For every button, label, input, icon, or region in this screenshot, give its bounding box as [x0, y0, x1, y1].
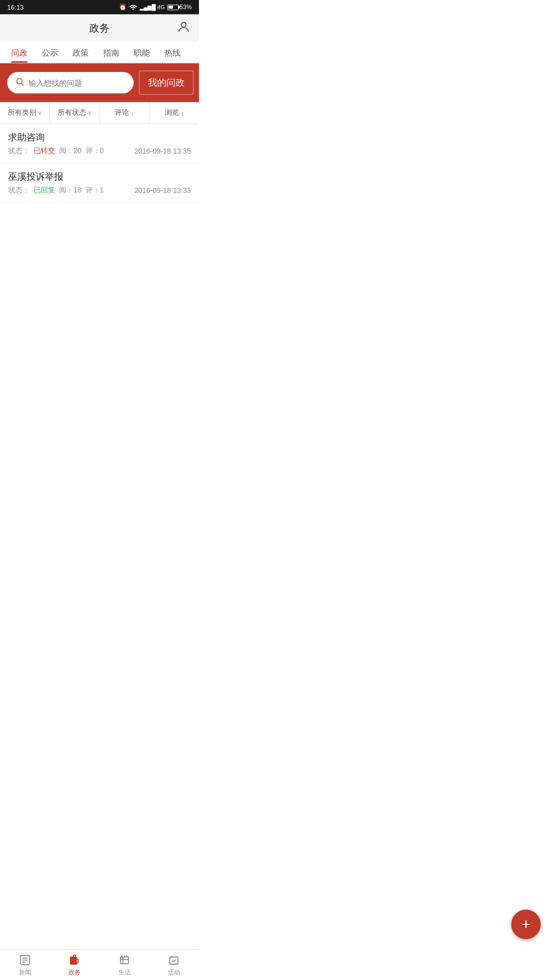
item-meta: 状态： 已回复 阅：18 评：1 2016-09-18 13:33 — [8, 186, 191, 195]
tab-zhineng[interactable]: 职能 — [127, 42, 157, 63]
header: 政务 — [0, 14, 199, 42]
filter-views[interactable]: 浏览 ↓ — [149, 102, 199, 124]
battery-percent: 53% — [180, 4, 192, 11]
tab-zhinan[interactable]: 指南 — [96, 42, 127, 63]
sort-arrow-icon: ↓ — [131, 109, 134, 117]
battery-indicator: 53% — [167, 4, 192, 11]
status-right: ⏰ ▂▄▆█ 4G 53% — [119, 4, 192, 11]
chevron-down-icon: ∨ — [38, 110, 42, 116]
page-title: 政务 — [89, 21, 110, 35]
search-box — [7, 72, 134, 93]
tab-gongshi[interactable]: 公示 — [35, 42, 65, 63]
item-title: 求助咨询 — [8, 131, 191, 143]
alarm-icon: ⏰ — [119, 4, 127, 11]
status-value: 已转交 — [34, 146, 55, 156]
comments-count: 评：1 — [86, 186, 104, 195]
reads-count: 阅：18 — [59, 186, 82, 195]
wifi-icon — [129, 4, 137, 11]
list-container: 求助咨询 状态： 已转交 阅：20 评：0 2016-09-18 13:35 巫… — [0, 124, 199, 203]
filter-views-label: 浏览 — [165, 108, 179, 117]
list-item[interactable]: 求助咨询 状态： 已转交 阅：20 评：0 2016-09-18 13:35 — [0, 124, 199, 163]
status-value: 已回复 — [34, 186, 55, 195]
search-input[interactable] — [29, 79, 126, 87]
status-label: 状态： — [8, 186, 30, 195]
tab-wenzhen[interactable]: 问政 — [4, 42, 35, 63]
my-wenzhen-button[interactable]: 我的问政 — [139, 70, 194, 95]
svg-point-1 — [17, 79, 22, 84]
svg-point-0 — [181, 22, 186, 27]
filter-status[interactable]: 所有状态 ∨ — [50, 102, 100, 124]
filter-bar: 所有类别 ∨ 所有状态 ∨ 评论 ↓ 浏览 ↓ — [0, 102, 199, 124]
item-meta: 状态： 已转交 阅：20 评：0 2016-09-18 13:35 — [8, 146, 191, 156]
meta-stats: 阅：18 评：1 — [59, 186, 104, 195]
status-bar: 16:13 ⏰ ▂▄▆█ 4G 53% — [0, 0, 199, 14]
status-time: 16:13 — [7, 4, 24, 11]
filter-status-label: 所有状态 — [58, 108, 86, 117]
filter-category-label: 所有类别 — [8, 108, 36, 117]
tab-zhengce[interactable]: 政策 — [65, 42, 96, 63]
comments-count: 评：0 — [86, 146, 104, 156]
svg-line-2 — [21, 83, 23, 85]
chevron-down-icon: ∨ — [88, 110, 92, 116]
sort-arrow-icon: ↓ — [181, 109, 184, 117]
tab-navigation: 问政 公示 政策 指南 职能 热线 — [0, 42, 199, 63]
filter-category[interactable]: 所有类别 ∨ — [0, 102, 50, 124]
search-icon — [15, 77, 24, 88]
avatar-button[interactable] — [177, 20, 191, 36]
item-title: 巫溪投诉举报 — [8, 170, 191, 183]
meta-stats: 阅：20 评：0 — [59, 146, 104, 156]
filter-comments-label: 评论 — [115, 108, 129, 117]
tab-rexian[interactable]: 热线 — [157, 42, 188, 63]
list-item[interactable]: 巫溪投诉举报 状态： 已回复 阅：18 评：1 2016-09-18 13:33 — [0, 163, 199, 203]
filter-comments[interactable]: 评论 ↓ — [100, 102, 150, 124]
item-date: 2016-09-18 13:35 — [134, 147, 191, 155]
item-date: 2016-09-18 13:33 — [134, 186, 191, 194]
signal-icon: ▂▄▆█ 4G — [140, 4, 165, 11]
status-label: 状态： — [8, 146, 30, 156]
reads-count: 阅：20 — [59, 146, 82, 156]
search-section: 我的问政 — [0, 63, 199, 102]
